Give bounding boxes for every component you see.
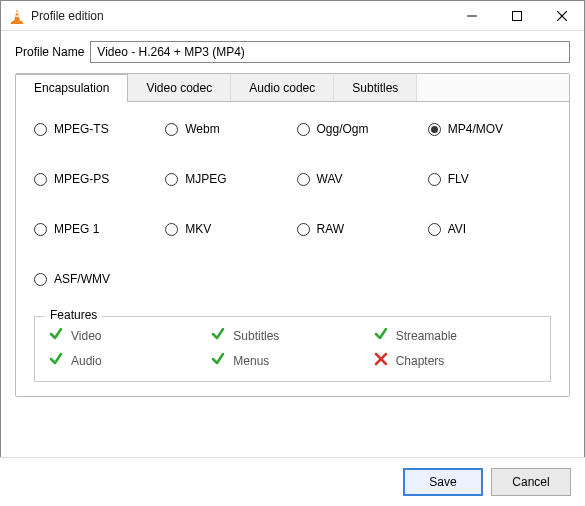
radio-label: Webm [185,122,219,136]
feature-label: Menus [233,354,269,368]
features-title: Features [45,308,102,322]
radio-label: WAV [317,172,343,186]
feature-item: Subtitles [211,327,373,344]
radio-label: MP4/MOV [448,122,503,136]
feature-item: Streamable [374,327,536,344]
profile-name-input[interactable] [90,41,570,63]
window-controls [449,1,584,30]
radio-icon [428,123,441,136]
cancel-button[interactable]: Cancel [491,468,571,496]
radio-icon [165,223,178,236]
close-button[interactable] [539,1,584,30]
radio-icon [297,223,310,236]
radio-label: ASF/WMV [54,272,110,286]
radio-label: AVI [448,222,466,236]
radio-icon [34,123,47,136]
tab-encapsulation[interactable]: Encapsulation [16,74,128,102]
radio-label: MJPEG [185,172,226,186]
tab-container: Encapsulation Video codec Audio codec Su… [15,73,570,397]
radio-label: MPEG 1 [54,222,99,236]
encapsulation-radio[interactable]: MKV [165,222,288,236]
tab-strip: Encapsulation Video codec Audio codec Su… [16,74,569,102]
encapsulation-radio[interactable]: MPEG 1 [34,222,157,236]
encapsulation-radio[interactable]: MPEG-TS [34,122,157,136]
minimize-button[interactable] [449,1,494,30]
feature-label: Streamable [396,329,457,343]
radio-icon [428,173,441,186]
encapsulation-radio[interactable]: Webm [165,122,288,136]
vlc-cone-icon [9,8,25,24]
radio-label: MKV [185,222,211,236]
radio-icon [428,223,441,236]
cross-icon [374,352,388,369]
tab-body-encapsulation: MPEG-TSWebmOgg/OgmMP4/MOVMPEG-PSMJPEGWAV… [16,102,569,396]
feature-label: Video [71,329,101,343]
encapsulation-radio[interactable]: RAW [297,222,420,236]
radio-icon [297,123,310,136]
feature-label: Chapters [396,354,445,368]
tab-video-codec[interactable]: Video codec [128,74,231,101]
encapsulation-radio[interactable]: MP4/MOV [428,122,551,136]
feature-label: Audio [71,354,102,368]
encapsulation-radio[interactable]: ASF/WMV [34,272,157,286]
maximize-button[interactable] [494,1,539,30]
check-icon [211,327,225,344]
encapsulation-radio[interactable]: MPEG-PS [34,172,157,186]
check-icon [49,327,63,344]
check-icon [49,352,63,369]
radio-icon [297,173,310,186]
radio-icon [34,273,47,286]
radio-label: FLV [448,172,469,186]
encapsulation-radio[interactable]: FLV [428,172,551,186]
feature-item: Video [49,327,211,344]
check-icon [374,327,388,344]
radio-label: MPEG-TS [54,122,109,136]
svg-rect-1 [15,12,19,13]
check-icon [211,352,225,369]
svg-marker-3 [11,21,24,24]
feature-item: Audio [49,352,211,369]
tab-audio-codec[interactable]: Audio codec [231,74,334,101]
titlebar: Profile edition [1,1,584,31]
svg-marker-0 [14,9,20,21]
profile-name-row: Profile Name [15,41,570,63]
radio-icon [165,123,178,136]
svg-rect-5 [512,11,521,20]
radio-icon [34,223,47,236]
svg-rect-2 [14,15,20,16]
radio-icon [165,173,178,186]
radio-icon [34,173,47,186]
radio-label: RAW [317,222,345,236]
radio-label: Ogg/Ogm [317,122,369,136]
feature-label: Subtitles [233,329,279,343]
encapsulation-options: MPEG-TSWebmOgg/OgmMP4/MOVMPEG-PSMJPEGWAV… [34,122,551,286]
save-button[interactable]: Save [403,468,483,496]
encapsulation-radio[interactable]: AVI [428,222,551,236]
window-title: Profile edition [31,9,449,23]
footer: Save Cancel [0,457,585,506]
feature-item: Menus [211,352,373,369]
feature-item: Chapters [374,352,536,369]
profile-name-label: Profile Name [15,45,84,59]
radio-label: MPEG-PS [54,172,109,186]
tab-subtitles[interactable]: Subtitles [334,74,417,101]
encapsulation-radio[interactable]: Ogg/Ogm [297,122,420,136]
features-box: Features VideoSubtitlesStreamableAudioMe… [34,316,551,382]
features-grid: VideoSubtitlesStreamableAudioMenusChapte… [49,327,536,369]
encapsulation-radio[interactable]: MJPEG [165,172,288,186]
encapsulation-radio[interactable]: WAV [297,172,420,186]
